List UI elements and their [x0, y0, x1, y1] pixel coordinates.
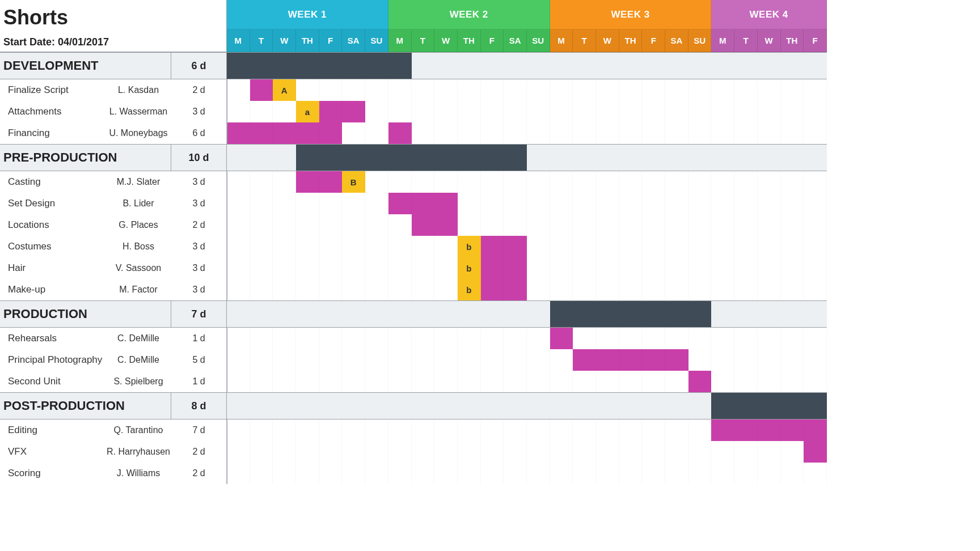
- task-duration: 3 d: [171, 193, 227, 214]
- task-cell: [688, 101, 712, 122]
- task-cell: [250, 349, 273, 371]
- section-bar-cell: [758, 301, 781, 327]
- section-row: PRE-PRODUCTION10 d: [0, 144, 827, 171]
- task-cell: [388, 214, 412, 236]
- task-cell: [481, 349, 504, 371]
- task-cell: [365, 257, 388, 279]
- task-cell: [388, 79, 412, 101]
- section-bar-cell: [642, 145, 665, 171]
- section-bar-cell: [781, 301, 804, 327]
- task-cell: [365, 463, 388, 484]
- task-cell: [642, 171, 665, 193]
- day-label: M: [719, 36, 726, 45]
- task-cell: [781, 371, 804, 392]
- task-cell: [734, 371, 758, 392]
- section-bar-cell: [804, 145, 827, 171]
- task-name: Casting: [0, 171, 105, 193]
- task-cell: [273, 236, 296, 257]
- task-cell: [642, 349, 665, 371]
- task-cell: [365, 122, 388, 144]
- task-cell: [550, 79, 573, 101]
- task-row: HairV. Sassoon3 db: [0, 257, 827, 279]
- task-cell: [296, 122, 319, 144]
- task-cell: [296, 193, 319, 214]
- task-cell: [711, 441, 734, 463]
- task-cell: [458, 171, 481, 193]
- task-cell: [504, 463, 527, 484]
- task-cell: [550, 257, 573, 279]
- section-bar-cell: [458, 145, 481, 171]
- task-cell: [504, 79, 527, 101]
- section-bar-cell: [365, 301, 388, 327]
- task-cell: [804, 371, 827, 392]
- task-cell: [250, 171, 273, 193]
- task-duration: 6 d: [171, 122, 227, 144]
- task-cell: [481, 328, 504, 349]
- gantt-chart: Shorts Start Date: 04/01/2017 WEEK 1WEEK…: [0, 0, 980, 484]
- day-label: M: [557, 36, 565, 45]
- task-cell: [596, 79, 619, 101]
- task-cell: [665, 419, 688, 441]
- task-cell: [573, 371, 596, 392]
- task-cell: [250, 257, 273, 279]
- task-row: Finalize ScriptL. Kasdan2 dA: [0, 79, 827, 101]
- task-cell: [504, 371, 527, 392]
- section-bar-cell: [388, 145, 412, 171]
- task-duration: 1 d: [171, 328, 227, 349]
- task-cell: [596, 371, 619, 392]
- task-cell: [573, 122, 596, 144]
- task-cell: [734, 193, 758, 214]
- task-cell: [481, 371, 504, 392]
- day-label: W: [280, 36, 288, 45]
- section-bar-cell: [688, 53, 712, 79]
- task-cell: [319, 463, 343, 484]
- day-label: F: [489, 36, 495, 45]
- section-bar-cell: [642, 53, 665, 79]
- task-cell: [781, 193, 804, 214]
- task-cell: [804, 441, 827, 463]
- section-bar-cell: [434, 301, 458, 327]
- task-cell: [711, 214, 734, 236]
- task-cell: [711, 257, 734, 279]
- task-cell: [481, 279, 504, 300]
- task-cell: [642, 236, 665, 257]
- task-cell: [412, 236, 435, 257]
- task-cell: [781, 214, 804, 236]
- task-cell: [527, 193, 550, 214]
- week-label: WEEK 3: [611, 9, 649, 20]
- start-date-label: Start Date: 04/01/2017: [3, 36, 223, 48]
- section-row: DEVELOPMENT6 d: [0, 52, 827, 79]
- task-cell: [804, 122, 827, 144]
- task-cell: [688, 236, 712, 257]
- task-cell: [365, 214, 388, 236]
- task-cell: [504, 101, 527, 122]
- task-cell: [550, 463, 573, 484]
- task-cell: [527, 441, 550, 463]
- task-cell: [804, 257, 827, 279]
- task-cell: [250, 371, 273, 392]
- task-cell: [388, 101, 412, 122]
- section-bar-cell: [388, 53, 412, 79]
- task-cell: [458, 441, 481, 463]
- task-cell: [458, 419, 481, 441]
- task-cell: [481, 463, 504, 484]
- task-cell: [342, 279, 365, 300]
- task-cell: [758, 463, 781, 484]
- task-cell: [365, 236, 388, 257]
- task-cell: [665, 371, 688, 392]
- task-cell: [711, 79, 734, 101]
- task-cell: [596, 122, 619, 144]
- task-cell: [273, 122, 296, 144]
- section-bar-cell: [619, 393, 643, 419]
- section-bar-cell: [481, 53, 504, 79]
- task-cell: [688, 171, 712, 193]
- section-bar-cell: [665, 145, 688, 171]
- section-bar-cell: [711, 301, 734, 327]
- task-cell: [619, 171, 643, 193]
- task-name: VFX: [0, 441, 105, 463]
- task-cell: [273, 279, 296, 300]
- week-header-3: WEEK 3: [550, 0, 712, 29]
- section-bar-cell: [481, 301, 504, 327]
- task-cell: [550, 193, 573, 214]
- section-bar-cell: [665, 53, 688, 79]
